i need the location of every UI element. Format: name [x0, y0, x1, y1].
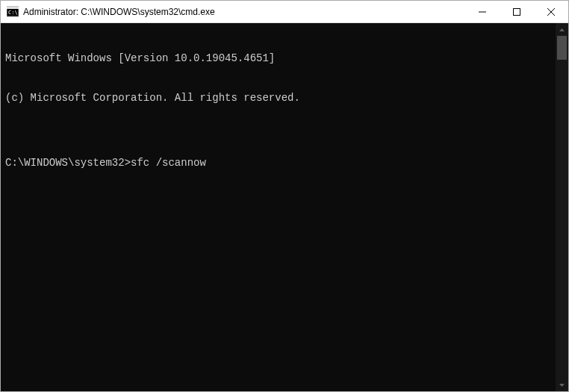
- close-icon: [547, 8, 555, 16]
- titlebar[interactable]: C:\ Administrator: C:\WINDOWS\system32\c…: [1, 1, 568, 23]
- svg-text:C:\: C:\: [8, 10, 18, 16]
- vertical-scrollbar[interactable]: [556, 23, 568, 391]
- svg-rect-4: [514, 8, 520, 15]
- scrollbar-thumb[interactable]: [557, 36, 567, 60]
- chevron-down-icon: [559, 384, 565, 387]
- cmd-icon: C:\: [7, 6, 19, 18]
- window-controls: [465, 1, 568, 22]
- svg-marker-7: [559, 28, 565, 31]
- terminal-area[interactable]: Microsoft Windows [Version 10.0.19045.46…: [1, 23, 568, 391]
- window-title: Administrator: C:\WINDOWS\system32\cmd.e…: [23, 7, 465, 17]
- maximize-button[interactable]: [500, 1, 534, 22]
- prompt-text: C:\WINDOWS\system32>: [5, 157, 131, 169]
- maximize-icon: [513, 8, 520, 16]
- scroll-up-button[interactable]: [556, 23, 568, 36]
- close-button[interactable]: [534, 1, 568, 22]
- svg-rect-1: [7, 7, 19, 9]
- svg-marker-8: [559, 384, 565, 387]
- minimize-button[interactable]: [465, 1, 500, 22]
- prompt-line: C:\WINDOWS\system32>sfc /scannow: [5, 157, 551, 170]
- scroll-down-button[interactable]: [556, 379, 568, 391]
- chevron-up-icon: [559, 28, 565, 31]
- copyright-line: (c) Microsoft Corporation. All rights re…: [5, 92, 551, 105]
- version-line: Microsoft Windows [Version 10.0.19045.46…: [5, 52, 551, 66]
- command-prompt-window: C:\ Administrator: C:\WINDOWS\system32\c…: [0, 0, 569, 392]
- minimize-icon: [479, 8, 486, 16]
- terminal-content[interactable]: Microsoft Windows [Version 10.0.19045.46…: [1, 23, 556, 391]
- command-text: sfc /scannow: [131, 157, 206, 169]
